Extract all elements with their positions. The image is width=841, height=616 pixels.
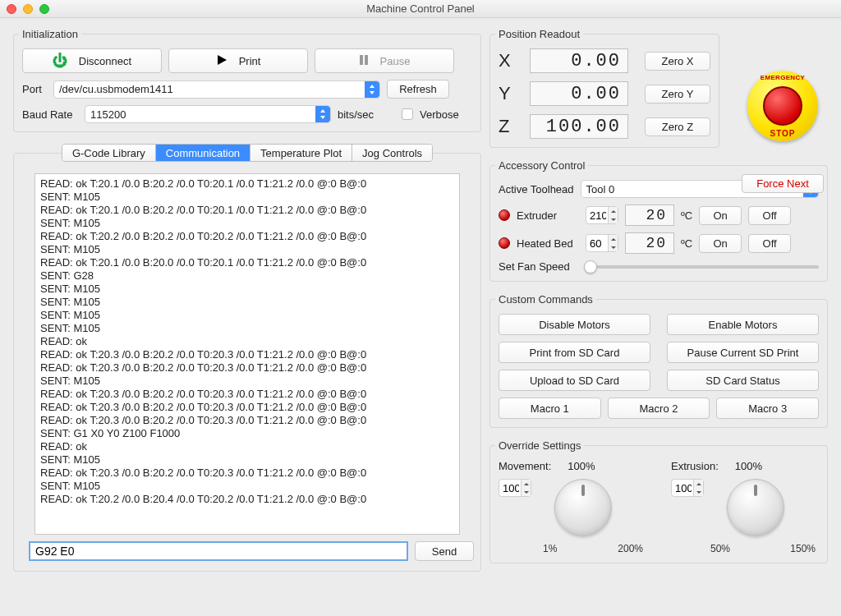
override-settings-group: Override Settings Movement: 100% [489,439,828,563]
bed-setpoint-spinner[interactable] [586,234,618,252]
port-select[interactable]: /dev/cu.usbmodem1411 [53,80,380,99]
verbose-label: Verbose [420,108,459,121]
disconnect-button[interactable]: ⏻ Disconnect [22,48,162,73]
bed-off-button[interactable]: Off [748,234,791,253]
position-readout-group: Position Readout X 0.00 Zero X Y 0.00 Ze… [489,28,719,148]
zero-x-button[interactable]: Zero X [645,52,710,71]
extruder-on-button[interactable]: On [699,206,742,225]
movement-label: Movement: [499,460,551,472]
close-icon[interactable] [7,4,16,14]
refresh-button[interactable]: Refresh [387,80,449,99]
console-line: READ: ok T:20.3 /0.0 B:20.2 /0.0 T0:20.3… [40,348,454,361]
console-line: READ: ok T:20.1 /0.0 B:20.0 /0.0 T0:20.1… [40,256,454,269]
print-from-sd-button[interactable]: Print from SD Card [499,342,650,363]
pause-button[interactable]: Pause [315,48,454,73]
tab-gcode-library[interactable]: G-Code Library [62,145,156,161]
macro-3-button[interactable]: Macro 3 [716,398,819,419]
initialization-legend: Initialization [19,28,81,40]
macro-2-button[interactable]: Macro 2 [608,398,710,419]
accessory-legend: Accessory Control [495,159,588,172]
estop-top-label: EMERGENCY [761,74,805,81]
console-line: READ: ok T:20.3 /0.0 B:20.2 /0.0 T0:20.3… [40,361,454,375]
deg-label: ºC [681,209,692,222]
send-button[interactable]: Send [415,541,474,561]
movement-spinner[interactable] [499,479,531,497]
tab-temperature-plot[interactable]: Temperature Plot [250,145,352,161]
z-readout: 100.00 [530,114,628,139]
extrusion-knob[interactable] [727,479,784,536]
console-line: SENT: G28 [40,269,454,283]
disconnect-label: Disconnect [79,55,131,67]
extrusion-pct: 100% [735,460,762,472]
override-legend: Override Settings [495,439,584,452]
extruder-setpoint-spinner[interactable] [586,206,618,224]
extruder-temp-readout: 20 [625,205,674,226]
movement-pct: 100% [568,460,595,472]
position-legend: Position Readout [495,28,583,40]
console-line: READ: ok [40,440,454,453]
y-axis-label: Y [499,83,522,104]
extruder-label: Extruder [517,209,579,222]
console-line: READ: ok T:20.3 /0.0 B:20.2 /0.0 T0:20.3… [40,401,454,414]
svg-rect-2 [365,55,368,65]
console-line: READ: ok T:20.1 /0.0 B:20.2 /0.0 T0:20.1… [40,204,454,217]
custom-legend: Custom Commands [495,293,596,306]
verbose-checkbox[interactable] [402,108,413,120]
extrusion-label: Extrusion: [671,460,719,472]
estop-bot-label: STOP [770,129,795,138]
extrusion-max: 150% [790,543,816,554]
console-line: READ: ok T:20.1 /0.0 B:20.2 /0.0 T0:20.1… [40,177,454,191]
console-line: SENT: M105 [40,480,454,493]
bed-on-button[interactable]: On [699,234,742,253]
fan-speed-slider[interactable] [584,265,819,269]
console-line: READ: ok [40,335,454,348]
baud-value: 115200 [90,108,126,121]
console-line: READ: ok T:20.2 /0.0 B:20.2 /0.0 T0:20.2… [40,230,454,243]
play-icon [216,54,227,68]
svg-marker-0 [218,55,227,65]
x-readout: 0.00 [530,48,628,73]
zero-z-button[interactable]: Zero Z [645,117,710,136]
tab-jog-controls[interactable]: Jog Controls [352,145,432,161]
gcode-input[interactable] [29,541,408,561]
bed-label: Heated Bed [517,237,579,250]
emergency-stop-button[interactable]: EMERGENCY STOP [747,71,818,141]
custom-commands-group: Custom Commands Disable Motors Enable Mo… [489,293,828,428]
force-next-button[interactable]: Force Next [742,174,824,193]
pause-sd-print-button[interactable]: Pause Current SD Print [667,342,819,363]
extrusion-spinner[interactable] [671,479,704,497]
maximize-icon[interactable] [39,4,49,14]
z-axis-label: Z [499,116,522,137]
x-axis-label: X [499,50,522,71]
console-log[interactable]: READ: ok T:20.1 /0.0 B:20.2 /0.0 T0:20.1… [34,173,460,535]
movement-min: 1% [543,543,557,554]
baud-select[interactable]: 115200 [85,105,331,123]
enable-motors-button[interactable]: Enable Motors [667,314,819,335]
window-title: Machine Control Panel [366,2,475,15]
print-label: Print [239,55,261,67]
console-line: SENT: M105 [40,296,454,309]
console-line: SENT: M105 [40,375,454,388]
minimize-icon[interactable] [23,4,33,14]
active-toolhead-label: Active Toolhead [499,183,574,195]
dropdown-icon [315,106,330,122]
svg-rect-1 [360,55,363,65]
extruder-off-button[interactable]: Off [748,206,791,225]
fan-label: Set Fan Speed [499,260,577,273]
window-titlebar: Machine Control Panel [0,0,841,18]
disable-motors-button[interactable]: Disable Motors [499,314,650,335]
print-button[interactable]: Print [168,48,308,73]
slider-thumb-icon[interactable] [584,260,597,274]
baud-label: Baud Rate [22,108,78,121]
upload-to-sd-button[interactable]: Upload to SD Card [499,370,650,391]
tabbar: G-Code Library Communication Temperature… [62,144,433,162]
zero-y-button[interactable]: Zero Y [645,85,710,103]
extruder-led-icon [499,209,510,221]
console-line: SENT: M105 [40,283,454,296]
movement-knob[interactable] [554,479,612,536]
tab-communication[interactable]: Communication [156,145,250,161]
baud-unit: bits/sec [338,108,374,121]
sd-card-status-button[interactable]: SD Card Status [667,370,819,391]
initialization-group: Initialization ⏻ Disconnect Print Pau [13,28,481,132]
macro-1-button[interactable]: Macro 1 [499,398,601,419]
